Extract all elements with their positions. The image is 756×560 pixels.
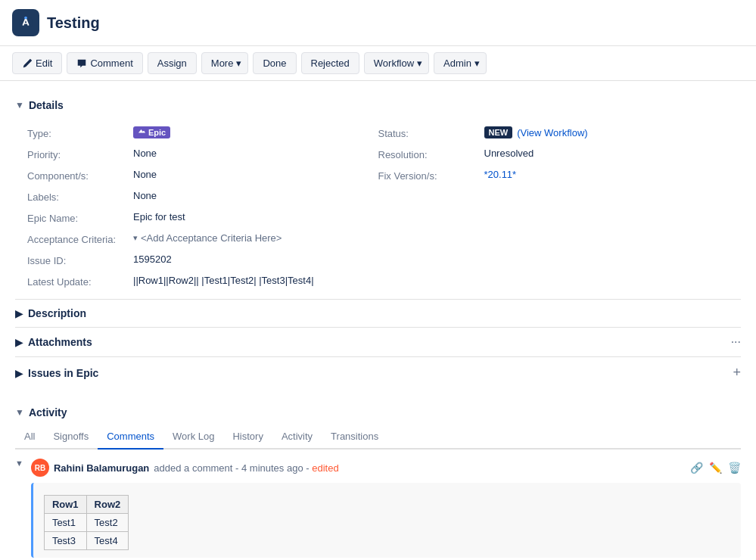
details-section: ▼ Details Type: Epic Priority: None [15, 93, 741, 299]
activity-section: ▼ Activity All Signoffs Comments Work Lo… [15, 400, 741, 558]
add-issue-button[interactable]: + [733, 365, 741, 381]
priority-label: Priority: [27, 148, 133, 160]
priority-row: Priority: None [27, 145, 378, 166]
details-section-header[interactable]: ▼ Details [15, 93, 741, 117]
table-cell: Test4 [86, 532, 129, 550]
components-value: None [133, 169, 157, 180]
more-chevron-icon: ▾ [236, 58, 241, 69]
labels-value: None [133, 190, 157, 201]
details-left: Type: Epic Priority: None Component/s: N… [27, 123, 378, 293]
epic-badge: Epic [133, 126, 170, 138]
comment-actions: 🔗 ✏️ 🗑️ [690, 462, 741, 474]
assign-button[interactable]: Assign [148, 52, 197, 74]
issues-in-epic-section[interactable]: ▶ Issues in Epic + [15, 356, 741, 388]
table-cell: Test2 [86, 514, 129, 532]
more-button[interactable]: More ▾ [201, 52, 249, 74]
fix-version-label: Fix Version/s: [378, 169, 484, 182]
description-section[interactable]: ▶ Description [15, 299, 741, 327]
comment-button[interactable]: Comment [67, 52, 142, 74]
comment-content: RB Rahini Balamurugan added a comment - … [31, 459, 741, 558]
comment-header: RB Rahini Balamurugan added a comment - … [31, 459, 741, 477]
comment-table-body: Test1 Test2 Test3 Test4 [44, 514, 128, 550]
view-workflow-link[interactable]: (View Workflow) [517, 127, 587, 138]
activity-section-header[interactable]: ▼ Activity [15, 400, 741, 425]
fix-version-row: Fix Version/s: *20.11* [378, 166, 730, 187]
edit-button[interactable]: Edit [12, 52, 62, 74]
attachments-section-title: Attachments [28, 336, 92, 348]
priority-value: None [133, 148, 157, 159]
issues-chevron-icon: ▶ [15, 367, 23, 379]
type-value: Epic [133, 126, 170, 138]
labels-label: Labels: [27, 190, 133, 203]
status-label: Status: [378, 126, 484, 139]
project-logo [12, 9, 39, 36]
activity-chevron-icon: ▼ [15, 407, 24, 418]
workflow-chevron-icon: ▾ [417, 58, 422, 69]
attachments-section[interactable]: ▶ Attachments ··· [15, 327, 741, 356]
comment-edited-label: edited [312, 462, 338, 474]
tab-transitions[interactable]: Transitions [322, 425, 387, 450]
tab-worklog[interactable]: Work Log [163, 425, 223, 450]
acceptance-criteria-value[interactable]: ▾ <Add Acceptance Criteria Here> [133, 232, 282, 244]
content-area: ▼ Details Type: Epic Priority: None [0, 81, 756, 560]
description-chevron-icon: ▶ [15, 307, 23, 319]
comment-author: Rahini Balamurugan [54, 462, 149, 474]
done-button[interactable]: Done [253, 52, 296, 74]
tab-activity[interactable]: Activity [272, 425, 322, 450]
details-section-title: Details [29, 99, 64, 111]
attachments-dots-menu[interactable]: ··· [731, 335, 741, 349]
details-chevron-icon: ▼ [15, 100, 24, 110]
details-right: Status: NEW (View Workflow) Resolution: … [378, 123, 730, 293]
tab-history[interactable]: History [223, 425, 272, 450]
comment-collapse-icon[interactable]: ▼ [15, 459, 23, 468]
comment-table-head: Row1 Row2 [44, 496, 128, 514]
fix-version-value[interactable]: *20.11* [484, 169, 517, 180]
latest-update-row: Latest Update: ||Row1||Row2|| |Test1|Tes… [27, 272, 378, 293]
latest-update-label: Latest Update: [27, 275, 133, 288]
svg-point-1 [24, 17, 27, 20]
issue-id-label: Issue ID: [27, 254, 133, 266]
comment-table: Row1 Row2 Test1 Test2 Test3 Test4 [44, 495, 129, 550]
issues-section-left: ▶ Issues in Epic [15, 367, 98, 379]
rejected-button[interactable]: Rejected [301, 52, 359, 74]
edit-comment-icon[interactable]: ✏️ [709, 462, 722, 474]
avatar: RB [31, 459, 49, 477]
table-cell: Test3 [44, 532, 86, 550]
table-row: Test1 Test2 [44, 514, 128, 532]
comment-icon [76, 58, 87, 69]
issue-id-row: Issue ID: 1595202 [27, 250, 378, 272]
acceptance-criteria-label: Acceptance Criteria: [27, 232, 133, 245]
delete-comment-icon[interactable]: 🗑️ [728, 462, 741, 474]
table-header-row: Row1 Row2 [44, 496, 128, 514]
comment-action: added a comment - 4 minutes ago - edited [154, 462, 338, 474]
toolbar: Edit Comment Assign More ▾ Done Rejected… [0, 46, 756, 81]
tab-all[interactable]: All [15, 425, 44, 450]
status-badge: NEW [484, 126, 513, 138]
tab-signoffs[interactable]: Signoffs [44, 425, 98, 450]
admin-chevron-icon: ▾ [474, 58, 480, 69]
components-row: Component/s: None [27, 166, 378, 187]
attachments-section-left: ▶ Attachments [15, 336, 92, 348]
admin-button[interactable]: Admin ▾ [434, 52, 487, 74]
labels-row: Labels: None [27, 187, 378, 208]
resolution-label: Resolution: [378, 148, 484, 160]
tab-comments[interactable]: Comments [98, 425, 163, 450]
epic-name-value: Epic for test [133, 211, 185, 222]
table-header-cell: Row2 [86, 496, 129, 514]
status-row: Status: NEW (View Workflow) [378, 123, 730, 145]
table-cell: Test1 [44, 514, 86, 532]
issue-id-value: 1595202 [133, 254, 172, 265]
activity-section-title: Activity [29, 406, 67, 418]
comment-body: Row1 Row2 Test1 Test2 Test3 Test4 [31, 483, 741, 558]
resolution-value: Unresolved [484, 148, 534, 159]
link-icon[interactable]: 🔗 [690, 462, 703, 474]
epic-icon [138, 129, 146, 137]
workflow-button[interactable]: Workflow ▾ [364, 52, 429, 74]
page-title: Testing [47, 14, 100, 32]
comment-header-left: RB Rahini Balamurugan added a comment - … [31, 459, 339, 477]
activity-tabs: All Signoffs Comments Work Log History A… [15, 425, 741, 450]
resolution-row: Resolution: Unresolved [378, 145, 730, 166]
epic-name-row: Epic Name: Epic for test [27, 208, 378, 229]
table-row: Test3 Test4 [44, 532, 128, 550]
acceptance-chevron-icon: ▾ [133, 233, 138, 243]
